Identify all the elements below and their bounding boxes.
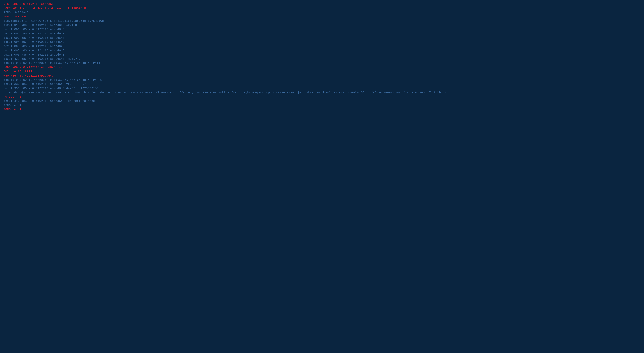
log-line-21: :T!eggdrop@94.140.120.92 PRIVMSG #ex86 :… <box>4 91 640 95</box>
log-line-24: PING :ex.1 <box>4 104 640 108</box>
log-line-14: :x86|k|0|4192116|ababd640!x01@XX.XXX.XXX… <box>4 61 640 66</box>
log-line-15: MODE x86|k|0|4192116|ababd640 -xi <box>4 66 640 70</box>
log-line-25: PONG :ex.1 <box>4 108 640 112</box>
log-line-12: :ex.1 005 x86|k|0|4192116|ababd640 : <box>4 53 640 57</box>
log-line-11: :ex.1 005 x86|k|0|4192116|ababd640 : <box>4 48 640 53</box>
log-line-5: :ex.1 010 x86|k|0|4192116|ababd640 ex.1 … <box>4 23 640 28</box>
log-line-3: PONG :3CBC9A4D <box>4 15 640 19</box>
log-line-18: :x86|k|0|4192116|ababd640!x01@XX.XXX.XXX… <box>4 78 640 82</box>
log-line-0: NICK x86|k|0|4192116|ababd640 <box>4 2 640 6</box>
log-line-16: JOIN #ex86 :8974 <box>4 70 640 74</box>
log-line-8: :ex.1 003 x86|k|0|4192116|ababd640 : <box>4 36 640 40</box>
log-line-6: :ex.1 001 x86|k|0|4192116|ababd640 : <box>4 28 640 32</box>
log-line-4: :IRC!IRC@ex.1 PRIVMSG x86|k|0|4192116|ab… <box>4 19 640 23</box>
log-line-2: PING :3CBC9A4D <box>4 11 640 15</box>
log-line-22: NOTICE T : <box>4 95 640 99</box>
log-line-1: USER x01 localhost localhost :muhstik-11… <box>4 6 640 11</box>
terminal-output: NICK x86|k|0|4192116|ababd640USER x01 lo… <box>4 2 640 112</box>
log-line-17: WHO x86|k|0|4192116|ababd640 <box>4 74 640 78</box>
log-line-9: :ex.1 004 x86|k|0|4192116|ababd640 : <box>4 40 640 44</box>
log-line-7: :ex.1 002 x86|k|0|4192116|ababd640 : <box>4 32 640 36</box>
log-line-23: :ex.1 412 x86|k|0|4192116|ababd640 :No t… <box>4 99 640 104</box>
log-line-13: :ex.1 422 x86|k|0|4192116|ababd640 :MOTD… <box>4 57 640 61</box>
log-line-10: :ex.1 005 x86|k|0|4192116|ababd640 : <box>4 44 640 48</box>
log-line-19: :ex.1 332 x86|k|0|4192116|ababd640 #ex86… <box>4 82 640 86</box>
log-line-20: :ex.1 333 x86|k|0|4192116|ababd640 #ex86… <box>4 86 640 91</box>
